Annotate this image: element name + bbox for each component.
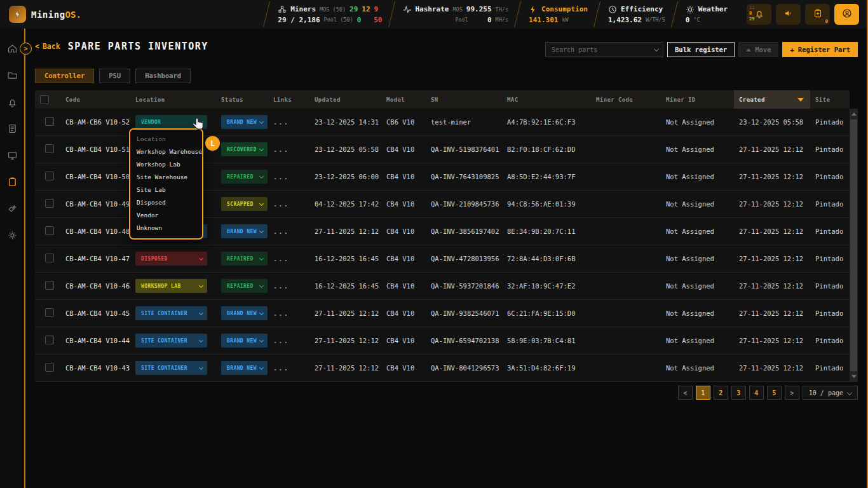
status-select[interactable]: BRAND NEW — [221, 224, 268, 238]
dropdown-option[interactable]: Vendor — [130, 208, 202, 221]
dropdown-option[interactable]: Disposed — [130, 196, 202, 208]
table-row[interactable]: CB-AM-CB4_V10-43 SITE CONTAINER BRAND NE… — [35, 355, 850, 382]
row-checkbox[interactable] — [45, 172, 54, 180]
tab-psu[interactable]: PSU — [99, 69, 130, 83]
links-menu-button[interactable]: ... — [273, 227, 289, 235]
tab-hashboard[interactable]: Hashboard — [135, 69, 191, 83]
page-next-button[interactable]: > — [785, 386, 799, 400]
chevron-down-icon — [199, 365, 203, 370]
row-checkbox[interactable] — [45, 281, 54, 290]
select-all-checkbox[interactable] — [40, 95, 49, 104]
row-checkbox[interactable] — [45, 363, 54, 372]
sidebar-item-files[interactable] — [6, 69, 18, 81]
row-checkbox[interactable] — [45, 308, 54, 317]
page-number-button[interactable]: 5 — [767, 386, 782, 400]
sidebar-item-inventory[interactable] — [6, 176, 18, 187]
status-select[interactable]: BRAND NEW — [221, 115, 268, 129]
scroll-down-icon[interactable] — [851, 375, 857, 378]
links-menu-button[interactable]: ... — [273, 146, 289, 153]
status-select[interactable]: BRAND NEW — [221, 361, 268, 375]
links-menu-button[interactable]: ... — [273, 337, 289, 344]
sidebar-item-notifications[interactable] — [6, 96, 18, 107]
dropdown-option[interactable]: Site Lab — [130, 183, 202, 196]
status-select[interactable]: BRAND NEW — [221, 334, 268, 348]
links-menu-button[interactable]: ... — [273, 282, 289, 290]
links-menu-button[interactable]: ... — [273, 118, 289, 126]
sidebar-item-home[interactable] — [6, 43, 18, 54]
cell-updated: 23-12-2025 14:31 — [309, 118, 381, 126]
location-select[interactable]: VENDOR — [135, 115, 207, 129]
links-menu-button[interactable]: ... — [273, 255, 289, 262]
audio-button[interactable] — [776, 4, 801, 25]
row-checkbox[interactable] — [45, 117, 54, 126]
page-number-button[interactable]: 1 — [696, 386, 710, 400]
col-mac[interactable]: MAC — [502, 90, 591, 109]
dropdown-option[interactable]: Site Warehouse — [130, 170, 202, 183]
move-button[interactable]: Move — [738, 42, 778, 57]
hashrate-pool-unit: MH/s — [496, 17, 508, 23]
col-site[interactable]: Site — [810, 90, 850, 109]
sidebar-item-monitoring[interactable] — [6, 149, 18, 161]
page-size-select[interactable]: 10 / page — [803, 386, 858, 400]
location-select[interactable]: SITE CONTAINER — [135, 361, 207, 375]
table-scrollbar[interactable] — [850, 109, 858, 382]
register-part-button[interactable]: + Register Part — [782, 42, 858, 57]
location-select[interactable]: DISPOSED — [135, 252, 207, 266]
cell-miner-id: Not Assigned — [661, 200, 734, 208]
col-status[interactable]: Status — [216, 90, 268, 109]
status-select[interactable]: REPAIRED — [221, 279, 268, 293]
page-number-button[interactable]: 4 — [749, 386, 764, 400]
dropdown-option[interactable]: Workshop Warehouse — [130, 145, 202, 158]
cell-mac: 8E:34:9B:20:7C:11 — [502, 227, 591, 235]
col-location[interactable]: Location — [130, 90, 216, 109]
row-checkbox[interactable] — [45, 144, 54, 153]
row-checkbox[interactable] — [45, 226, 54, 235]
location-select[interactable]: SITE CONTAINER — [135, 334, 207, 348]
back-button[interactable]: < Back — [35, 42, 60, 51]
cell-updated: 16-12-2025 16:45 — [309, 255, 381, 262]
location-select[interactable]: SITE CONTAINER — [135, 306, 207, 320]
search-input[interactable] — [545, 42, 663, 57]
account-button[interactable] — [834, 4, 859, 25]
status-select[interactable]: RECOVERED — [221, 142, 268, 156]
row-checkbox[interactable] — [45, 199, 54, 208]
page-number-button[interactable]: 3 — [731, 386, 746, 400]
sidebar-item-tools[interactable] — [6, 203, 18, 214]
col-miner-id[interactable]: Miner ID — [661, 90, 734, 109]
table-row[interactable]: CB-AM-CB4_V10-44 SITE CONTAINER BRAND NE… — [35, 327, 850, 355]
status-select[interactable]: BRAND NEW — [221, 306, 268, 320]
page-number-button[interactable]: 2 — [714, 386, 728, 400]
dropdown-option[interactable]: Workshop Lab — [130, 158, 202, 170]
status-select[interactable]: REPAIRED — [221, 170, 268, 184]
notifications-button[interactable]: 12 0 29 — [747, 4, 771, 25]
col-created-sorted[interactable]: Created — [734, 90, 810, 109]
tasks-button[interactable]: 0 — [805, 4, 830, 25]
table-row[interactable]: CB-AM-CB4_V10-46 WORKSHOP LAB REPAIRED .… — [35, 273, 850, 300]
bulk-register-button[interactable]: Bulk register — [667, 42, 735, 57]
sidebar-toggle-button[interactable]: > — [20, 43, 32, 55]
links-menu-button[interactable]: ... — [273, 364, 289, 372]
table-row[interactable]: CB-AM-CB4_V10-45 SITE CONTAINER BRAND NE… — [35, 300, 850, 327]
sidebar-item-documents[interactable] — [6, 123, 18, 134]
col-links[interactable]: Links — [268, 90, 309, 109]
col-code[interactable]: Code — [60, 90, 130, 109]
col-miner-code[interactable]: Miner Code — [591, 90, 661, 109]
links-menu-button[interactable]: ... — [273, 200, 289, 208]
dropdown-option[interactable]: Unknown — [130, 221, 202, 234]
sidebar-item-settings[interactable] — [6, 229, 18, 241]
col-updated[interactable]: Updated — [309, 90, 381, 109]
status-select[interactable]: SCRAPPED — [221, 197, 268, 211]
status-select[interactable]: REPAIRED — [221, 252, 268, 266]
tab-controller[interactable]: Controller — [35, 69, 94, 83]
links-menu-button[interactable]: ... — [273, 309, 289, 317]
scrollbar-thumb[interactable] — [850, 119, 857, 371]
row-checkbox[interactable] — [45, 254, 54, 262]
location-select[interactable]: WORKSHOP LAB — [135, 279, 207, 293]
col-sn[interactable]: SN — [426, 90, 502, 109]
page-prev-button[interactable]: < — [678, 386, 693, 400]
row-checkbox[interactable] — [45, 336, 54, 344]
links-menu-button[interactable]: ... — [273, 173, 289, 180]
col-model[interactable]: Model — [381, 90, 426, 109]
scroll-up-icon[interactable] — [851, 112, 857, 116]
table-row[interactable]: CB-AM-CB4_V10-47 DISPOSED REPAIRED ... 1… — [35, 245, 850, 273]
